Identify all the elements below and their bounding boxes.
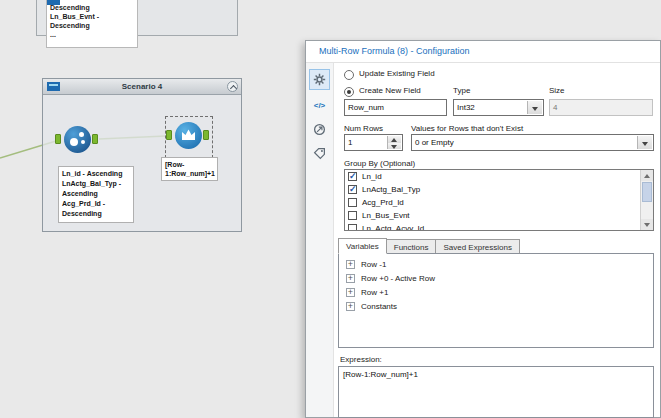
panel-title: Multi-Row Formula (8) - Configuration (319, 46, 470, 56)
annotation-line: LnActg_Bal_Typ - (62, 179, 130, 189)
container-collapse-button[interactable] (227, 81, 238, 92)
num-rows-label: Num Rows (344, 124, 383, 133)
group-by-label: Group By (Optional) (344, 159, 415, 168)
group-by-item[interactable]: LnActg_Bal_Typ (345, 183, 653, 196)
group-by-item-label: Ln_Bus_Evnt (362, 211, 410, 220)
expand-icon[interactable]: + (346, 302, 355, 311)
annotation-line: Ln_Bus_Evnt - (50, 12, 134, 21)
formula-tool-annotation: [Row- 1:Row_num]+1 (161, 157, 218, 181)
expand-icon[interactable]: + (346, 260, 355, 269)
annotation-line: Ascending (62, 189, 130, 199)
field-name-input[interactable]: Row_num (344, 99, 447, 116)
num-rows-value: 1 (348, 138, 352, 147)
spinner-down-button[interactable] (388, 143, 401, 150)
group-by-item[interactable]: Ln_id (345, 170, 653, 183)
tree-item[interactable]: + Constants (339, 299, 653, 313)
container-title: Scenario 4 (43, 79, 241, 94)
sort-tool-icon (70, 138, 78, 146)
group-by-item-label: Acg_Prd_Id (362, 198, 404, 207)
field-name-value: Row_num (348, 103, 384, 112)
container-icon (47, 82, 60, 91)
checkbox[interactable] (348, 185, 357, 194)
annotation-box: Descending Ln_Bus_Evnt - Descending ... (46, 0, 138, 48)
dropdown-arrow-icon[interactable] (637, 136, 652, 149)
checkbox[interactable] (348, 172, 357, 181)
navigation-icon[interactable] (309, 119, 330, 140)
scrollbar-thumb[interactable] (642, 182, 652, 202)
expand-icon[interactable]: + (346, 288, 355, 297)
tab-saved-expressions[interactable]: Saved Expressions (435, 239, 519, 254)
tree-item[interactable]: + Row -1 (339, 257, 653, 271)
annotation-line: Descending (50, 21, 134, 30)
expression-tabs: Variables Functions Saved Expressions (338, 238, 519, 254)
annotation-line: 1:Row_num]+1 (165, 169, 214, 178)
type-value: Int32 (457, 103, 475, 112)
size-label: Size (549, 86, 565, 95)
update-existing-field-radio[interactable] (344, 70, 354, 80)
tree-item[interactable]: + Row +0 - Active Row (339, 271, 653, 285)
divider (306, 62, 660, 63)
config-icon-strip: </> (306, 63, 334, 417)
input-anchor[interactable] (55, 134, 61, 144)
size-input: 4 (549, 99, 653, 116)
crown-icon (175, 122, 202, 149)
values-dropdown[interactable]: 0 or Empty (411, 134, 654, 151)
tool-icon-partial (47, 0, 60, 5)
checkbox[interactable] (348, 198, 357, 207)
scroll-down-button[interactable] (641, 219, 653, 230)
group-by-list[interactable]: Ln_id LnActg_Bal_Typ Acg_Prd_Id Ln_Bus_E… (344, 169, 654, 231)
sort-tool-icon-dot (79, 132, 84, 137)
size-value: 4 (553, 103, 557, 112)
group-by-item-label: LnActg_Bal_Typ (362, 185, 420, 194)
multi-row-formula-tool[interactable] (175, 122, 202, 149)
create-new-field-label: Create New Field (359, 86, 421, 95)
checkbox[interactable] (348, 224, 357, 231)
tab-functions[interactable]: Functions (386, 239, 437, 254)
code-icon[interactable]: </> (309, 95, 330, 116)
annotation-line: Descending (50, 3, 134, 12)
tree-item-label: Constants (361, 302, 397, 311)
scrollbar[interactable] (640, 170, 653, 230)
checkbox[interactable] (348, 211, 357, 220)
expand-icon[interactable]: + (346, 274, 355, 283)
group-by-item-label: Ln_id (362, 172, 382, 181)
update-existing-field-label: Update Existing Field (359, 69, 435, 78)
group-by-item-label: Ln_Actg_Acvy_Id (362, 224, 424, 231)
tag-icon[interactable] (309, 143, 330, 164)
type-label: Type (453, 86, 470, 95)
spinner-buttons (387, 136, 401, 149)
annotation-line: ... (50, 30, 134, 39)
scroll-up-button[interactable] (641, 170, 653, 181)
group-by-item[interactable]: Ln_Actg_Acvy_Id (345, 222, 653, 231)
configuration-tab-icon[interactable] (309, 69, 330, 90)
expression-text: [Row-1:Row_num]+1 (343, 370, 418, 379)
group-by-item[interactable]: Ln_Bus_Evnt (345, 209, 653, 222)
tab-variables[interactable]: Variables (338, 238, 387, 254)
expression-label: Expression: (340, 355, 382, 364)
configuration-panel: Multi-Row Formula (8) - Configuration </… (305, 40, 661, 418)
expression-editor[interactable]: [Row-1:Row_num]+1 (338, 366, 654, 418)
dropdown-arrow-icon[interactable] (527, 101, 542, 114)
sort-tool[interactable] (64, 126, 91, 153)
values-dropdown-value: 0 or Empty (415, 138, 454, 147)
tree-item-label: Row +1 (361, 288, 388, 297)
num-rows-spinner[interactable]: 1 (344, 134, 403, 151)
container-header[interactable]: Scenario 4 (43, 79, 241, 95)
annotation-line: Descending (62, 209, 130, 219)
variables-tree[interactable]: + Row -1 + Row +0 - Active Row + Row +1 … (338, 253, 654, 348)
annotation-line: Ln_id - Ascending (62, 169, 130, 179)
tree-item-label: Row -1 (361, 260, 386, 269)
sort-tool-annotation: Ln_id - Ascending LnActg_Bal_Typ - Ascen… (58, 166, 134, 223)
input-anchor[interactable] (166, 130, 172, 140)
annotation-line: [Row- (165, 160, 214, 169)
tree-item-label: Row +0 - Active Row (361, 274, 435, 283)
create-new-field-radio[interactable] (344, 87, 354, 97)
values-label: Values for Rows that don't Exist (411, 124, 523, 133)
tree-item[interactable]: + Row +1 (339, 285, 653, 299)
annotation-line: Acg_Prd_Id - (62, 199, 130, 209)
group-by-item[interactable]: Acg_Prd_Id (345, 196, 653, 209)
output-anchor[interactable] (203, 130, 209, 140)
sort-tool-icon-dot (81, 140, 85, 144)
type-dropdown[interactable]: Int32 (453, 99, 544, 116)
output-anchor[interactable] (92, 134, 98, 144)
